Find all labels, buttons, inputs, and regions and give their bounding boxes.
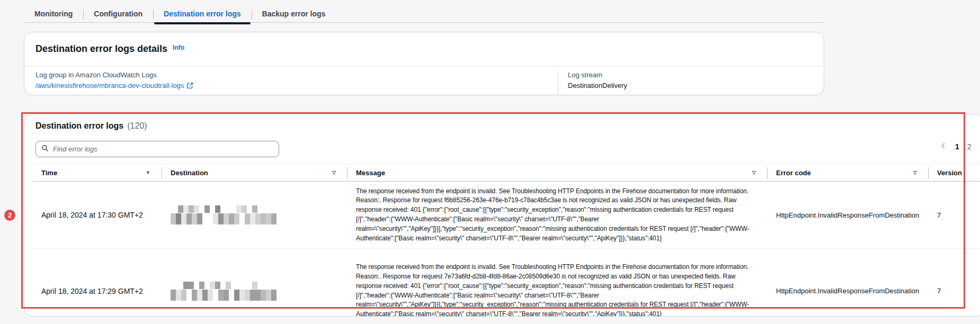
info-link[interactable]: Info <box>173 44 184 51</box>
column-header-time[interactable]: Time ▼ <box>33 164 162 181</box>
pagination: 1 2 <box>940 142 972 151</box>
firehose-console-page: { "tabs": { "items": [ { "label": "Monit… <box>0 0 980 324</box>
details-panel-title: Destination error logs details <box>35 43 167 55</box>
tab-label: Monitoring <box>34 10 73 18</box>
sort-icon[interactable]: ▽ <box>913 170 920 175</box>
destination-cell <box>162 249 348 317</box>
table-header-row: Time ▼ Destination ▽ Message ▽ Error cod… <box>33 164 980 182</box>
column-header-destination[interactable]: Destination ▽ <box>162 164 348 181</box>
message-cell: The response received from the endpoint … <box>348 182 768 248</box>
tab-backup-error-logs[interactable]: Backup error logs <box>252 6 336 22</box>
version-cell: 7 <box>929 249 980 317</box>
time-cell: April 18, 2024 at 17:29 GMT+2 <box>33 249 162 317</box>
sort-icon[interactable]: ▽ <box>332 170 339 175</box>
log-stream-label: Log stream <box>568 71 627 79</box>
log-group-field: Log group in Amazon CloudWatch Logs /aws… <box>35 71 193 89</box>
chevron-left-icon <box>940 142 947 151</box>
log-group-link[interactable]: /aws/kinesisfirehose/mbranca-dev-cloudtr… <box>35 82 193 89</box>
message-cell: The response received from the endpoint … <box>348 249 768 317</box>
logs-panel-header: Destination error logs (120) <box>24 114 980 131</box>
destination-error-logs-panel: Destination error logs (120) 1 2 Time ▼ <box>24 114 980 317</box>
destination-error-logs-details-panel: Destination error logs details Info Log … <box>24 32 824 95</box>
time-cell: April 18, 2024 at 17:30 GMT+2 <box>33 182 162 248</box>
destination-redacted-blur <box>171 205 277 224</box>
logs-panel-title: Destination error logs <box>35 121 123 131</box>
logs-count: (120) <box>127 121 147 131</box>
details-panel-header: Destination error logs details Info <box>24 32 824 66</box>
tab-label: Configuration <box>94 10 142 18</box>
details-panel-content: Log group in Amazon CloudWatch Logs /aws… <box>24 66 824 95</box>
destination-redacted-blur <box>171 282 277 301</box>
error-code-cell: HttpEndpoint.InvalidResponseFromDestinat… <box>768 249 929 317</box>
table-row[interactable]: April 18, 2024 at 17:29 GMT+2 The respon… <box>33 248 980 317</box>
previous-page-button[interactable] <box>940 142 947 151</box>
page-number-next[interactable]: 2 <box>967 142 972 151</box>
log-group-label: Log group in Amazon CloudWatch Logs <box>35 71 193 79</box>
search-box[interactable] <box>35 141 279 157</box>
search-icon <box>41 145 49 154</box>
tab-label: Backup error logs <box>262 10 326 18</box>
tab-monitoring[interactable]: Monitoring <box>24 6 83 22</box>
log-stream-field: Log stream DestinationDelivery <box>558 71 627 94</box>
page-number-current[interactable]: 1 <box>955 142 959 151</box>
table-row[interactable]: April 18, 2024 at 17:30 GMT+2 The respon… <box>33 182 980 248</box>
column-header-error-code[interactable]: Error code ▽ <box>768 164 929 181</box>
log-stream-value: DestinationDelivery <box>568 82 627 89</box>
external-link-icon <box>186 82 193 89</box>
sort-descending-icon[interactable]: ▼ <box>146 170 154 175</box>
tab-label: Destination error logs <box>164 10 240 18</box>
tab-destination-error-logs[interactable]: Destination error logs <box>153 6 251 22</box>
version-cell: 7 <box>929 182 980 248</box>
search-input[interactable] <box>53 145 273 153</box>
error-logs-table: Time ▼ Destination ▽ Message ▽ Error cod… <box>33 164 980 317</box>
tab-bar: Monitoring Configuration Destination err… <box>24 5 824 23</box>
annotation-step-badge: 2 <box>4 210 15 221</box>
tab-configuration[interactable]: Configuration <box>83 6 153 22</box>
destination-cell <box>162 182 348 248</box>
column-header-version[interactable]: Version <box>929 164 980 181</box>
sort-icon[interactable]: ▽ <box>752 170 759 175</box>
column-header-message[interactable]: Message ▽ <box>348 164 768 181</box>
error-code-cell: HttpEndpoint.InvalidResponseFromDestinat… <box>768 182 929 248</box>
